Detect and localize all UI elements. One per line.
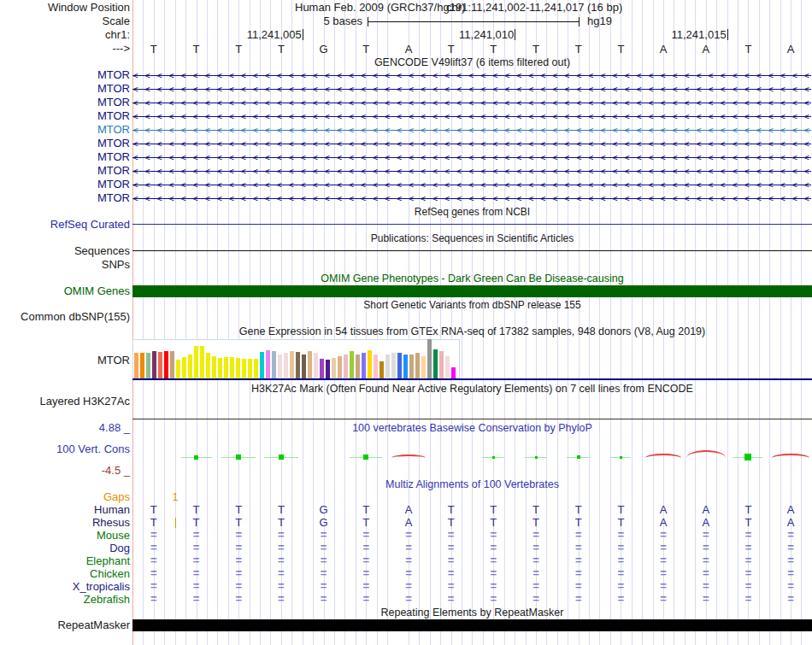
alignment-same-mark[interactable]: =	[530, 528, 542, 542]
gtex-expression-bar[interactable]	[409, 355, 414, 378]
gtex-gene-label[interactable]: MTOR	[0, 354, 130, 367]
alignment-same-mark[interactable]: =	[360, 554, 372, 567]
gtex-expression-bar[interactable]	[218, 358, 222, 378]
phylop-positive-peak[interactable]	[492, 456, 495, 459]
alignment-same-mark[interactable]: =	[232, 566, 244, 580]
gtex-expression-bar[interactable]	[266, 350, 270, 378]
alignment-same-mark[interactable]: =	[275, 579, 287, 593]
alignment-same-mark[interactable]: =	[742, 554, 754, 567]
alignment-same-mark[interactable]: =	[318, 592, 330, 606]
alignment-same-mark[interactable]: =	[657, 592, 669, 606]
layered-h3k27ac-label[interactable]: Layered H3K27Ac	[0, 395, 130, 408]
alignment-same-mark[interactable]: =	[318, 579, 330, 593]
gaps-label[interactable]: Gaps	[0, 490, 130, 504]
alignment-base[interactable]: A	[785, 503, 797, 517]
alignment-same-mark[interactable]: =	[148, 566, 160, 580]
gene-label[interactable]: MTOR	[0, 109, 130, 123]
gene-label[interactable]: MTOR	[0, 164, 130, 178]
alignment-same-mark[interactable]: =	[275, 541, 287, 554]
alignment-same-mark[interactable]: =	[530, 541, 542, 554]
alignment-same-mark[interactable]: =	[191, 541, 203, 554]
alignment-same-mark[interactable]: =	[700, 528, 712, 542]
gtex-baseline[interactable]	[132, 378, 812, 380]
gene-transcript[interactable]: <<<<<<<<<<<<<<<<<<<<<<<<<<<<<<<<<<<<<<<<…	[132, 139, 811, 149]
alignment-base[interactable]: T	[232, 503, 244, 517]
alignment-base[interactable]: T	[573, 503, 585, 517]
alignment-same-mark[interactable]: =	[657, 554, 669, 567]
alignment-same-mark[interactable]: =	[403, 541, 415, 554]
gtex-expression-bar[interactable]	[451, 367, 456, 378]
gtex-expression-bar[interactable]	[230, 357, 234, 378]
gtex-expression-bar[interactable]	[188, 355, 192, 378]
alignment-same-mark[interactable]: =	[615, 541, 627, 554]
alignment-same-mark[interactable]: =	[232, 554, 244, 567]
gtex-expression-bar[interactable]	[260, 352, 264, 378]
alignment-same-mark[interactable]: =	[403, 554, 415, 567]
phylop-positive-peak[interactable]	[363, 454, 368, 460]
gtex-expression-bar[interactable]	[158, 352, 162, 378]
alignment-same-mark[interactable]: =	[232, 579, 244, 593]
alignment-same-mark[interactable]: =	[785, 541, 797, 554]
alignment-base[interactable]: T	[742, 503, 754, 517]
alignment-same-mark[interactable]: =	[403, 579, 415, 593]
alignment-same-mark[interactable]: =	[445, 541, 457, 554]
alignment-same-mark[interactable]: =	[275, 528, 287, 542]
gtex-expression-bar[interactable]	[290, 351, 294, 378]
gtex-expression-bar[interactable]	[332, 358, 336, 378]
alignment-base[interactable]: T	[487, 503, 499, 517]
alignment-same-mark[interactable]: =	[785, 528, 797, 542]
gtex-expression-bar[interactable]	[344, 355, 348, 378]
alignment-same-mark[interactable]: =	[573, 566, 585, 580]
species-label[interactable]: Dog	[0, 542, 130, 555]
alignment-same-mark[interactable]: =	[445, 528, 457, 542]
alignment-same-mark[interactable]: =	[403, 566, 415, 580]
gene-label[interactable]: MTOR	[0, 82, 130, 96]
phylop-positive-peak[interactable]	[744, 454, 751, 460]
alignment-same-mark[interactable]: =	[191, 579, 203, 593]
gtex-expression-bar[interactable]	[182, 357, 186, 378]
gene-label[interactable]: MTOR	[0, 123, 130, 137]
gtex-expression-bar[interactable]	[302, 355, 306, 378]
gtex-expression-bar[interactable]	[391, 353, 396, 378]
species-label[interactable]: Rhesus	[0, 516, 130, 530]
gtex-expression-bar[interactable]	[278, 355, 282, 378]
species-label[interactable]: Elephant	[0, 554, 130, 568]
species-label[interactable]: Zebrafish	[0, 593, 130, 607]
gene-transcript[interactable]: <<<<<<<<<<<<<<<<<<<<<<<<<<<<<<<<<<<<<<<<…	[132, 71, 811, 80]
gtex-expression-bar[interactable]	[356, 355, 360, 378]
alignment-same-mark[interactable]: =	[700, 566, 712, 580]
alignment-same-mark[interactable]: =	[232, 528, 244, 542]
gene-label[interactable]: MTOR	[0, 137, 130, 150]
gtex-expression-bar[interactable]	[224, 357, 228, 378]
gtex-expression-bar[interactable]	[254, 359, 258, 378]
alignment-same-mark[interactable]: =	[742, 541, 754, 554]
gene-transcript[interactable]: <<<<<<<<<<<<<<<<<<<<<<<<<<<<<<<<<<<<<<<<…	[132, 85, 811, 94]
gtex-expression-bar[interactable]	[320, 359, 324, 378]
gtex-expression-bar[interactable]	[439, 351, 444, 378]
alignment-same-mark[interactable]: =	[487, 566, 499, 580]
alignment-same-mark[interactable]: =	[657, 528, 669, 542]
gene-label[interactable]: MTOR	[0, 68, 130, 82]
gtex-expression-bar[interactable]	[368, 350, 372, 378]
gtex-expression-bar[interactable]	[146, 353, 150, 378]
gtex-expression-bar[interactable]	[212, 356, 216, 378]
alignment-same-mark[interactable]: =	[360, 528, 372, 542]
alignment-same-mark[interactable]: =	[445, 554, 457, 567]
gene-label[interactable]: MTOR	[0, 150, 130, 164]
alignment-same-mark[interactable]: =	[785, 579, 797, 593]
gtex-expression-bar[interactable]	[397, 353, 402, 378]
alignment-same-mark[interactable]: =	[360, 541, 372, 554]
gtex-expression-bar[interactable]	[200, 346, 204, 378]
gene-transcript[interactable]: <<<<<<<<<<<<<<<<<<<<<<<<<<<<<<<<<<<<<<<<…	[132, 194, 811, 203]
gene-transcript[interactable]: <<<<<<<<<<<<<<<<<<<<<<<<<<<<<<<<<<<<<<<<…	[132, 98, 811, 108]
gtex-expression-bar[interactable]	[176, 360, 180, 378]
alignment-same-mark[interactable]: =	[573, 592, 585, 606]
gene-label[interactable]: MTOR	[0, 178, 130, 191]
gene-transcript[interactable]: <<<<<<<<<<<<<<<<<<<<<<<<<<<<<<<<<<<<<<<<…	[132, 112, 811, 121]
gtex-expression-bar[interactable]	[380, 361, 384, 378]
alignment-same-mark[interactable]: =	[360, 566, 372, 580]
alignment-same-mark[interactable]: =	[191, 528, 203, 542]
alignment-base[interactable]: A	[657, 503, 669, 517]
alignment-same-mark[interactable]: =	[742, 579, 754, 593]
alignment-same-mark[interactable]: =	[275, 554, 287, 567]
